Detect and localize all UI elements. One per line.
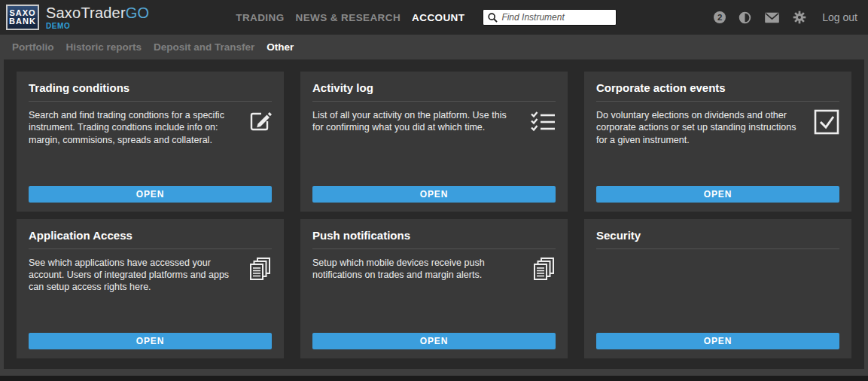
nav-item-account[interactable]: ACCOUNT <box>412 12 464 23</box>
demo-badge: DEMO <box>46 23 149 30</box>
product-name: SaxoTraderGO <box>46 5 149 20</box>
card-title: Corporate action events <box>596 81 839 102</box>
pages-icon <box>242 257 272 334</box>
tab-other[interactable]: Other <box>266 41 294 53</box>
card-description <box>596 257 839 334</box>
saxo-bank-logo[interactable]: SAXO BANK <box>6 5 39 30</box>
open-button[interactable]: OPEN <box>312 186 556 203</box>
open-button[interactable]: OPEN <box>29 186 272 203</box>
logo-line2: BANK <box>9 17 36 26</box>
mail-icon[interactable] <box>764 12 780 23</box>
contrast-icon[interactable] <box>739 11 751 24</box>
open-button[interactable]: OPEN <box>29 333 272 349</box>
card-description: Setup which mobile devices receive push … <box>312 257 525 334</box>
card-corporate-action-events: Corporate action events Do voluntary ele… <box>584 72 851 212</box>
card-row-top: Trading conditions Search and find tradi… <box>17 72 851 212</box>
open-button[interactable]: OPEN <box>596 333 839 349</box>
top-bar: SAXO BANK SaxoTraderGO DEMO TRADING NEWS… <box>0 0 868 35</box>
gear-icon[interactable] <box>793 11 806 24</box>
instrument-search[interactable] <box>483 9 617 26</box>
card-description: See which applications have accessed you… <box>29 257 242 334</box>
tab-deposit-and-transfer[interactable]: Deposit and Transfer <box>154 41 254 53</box>
top-navigation: TRADING NEWS & RESEARCH ACCOUNT <box>236 12 464 23</box>
card-title: Push notifications <box>312 229 556 249</box>
other-panel: Trading conditions Search and find tradi… <box>4 59 864 369</box>
logout-button[interactable]: Log out <box>822 11 857 23</box>
card-row-bottom: Application Access See which application… <box>17 219 851 359</box>
checklist-icon <box>525 109 556 186</box>
card-title: Activity log <box>312 81 556 102</box>
card-description: Do voluntary elections on dividends and … <box>596 109 809 186</box>
card-push-notifications: Push notifications Setup which mobile de… <box>300 219 568 359</box>
card-activity-log: Activity log List of all your activity o… <box>300 72 568 212</box>
tab-historic-reports[interactable]: Historic reports <box>66 41 142 53</box>
card-title: Security <box>596 229 839 249</box>
product-brand: SaxoTraderGO DEMO <box>46 5 149 30</box>
topbar-actions: 2 Log out <box>714 11 857 24</box>
card-description: List of all your activity on the platfor… <box>312 109 525 186</box>
open-button[interactable]: OPEN <box>312 333 556 349</box>
notifications-badge-icon[interactable]: 2 <box>714 11 726 23</box>
card-application-access: Application Access See which application… <box>17 219 284 359</box>
window-bottom-edge <box>0 376 868 381</box>
tab-portfolio[interactable]: Portfolio <box>12 41 54 53</box>
pages-icon <box>525 257 556 334</box>
checkbox-checked-icon <box>809 109 839 186</box>
compose-icon <box>242 109 272 186</box>
search-icon <box>488 13 498 23</box>
card-title: Trading conditions <box>29 81 272 102</box>
nav-item-news-research[interactable]: NEWS & RESEARCH <box>296 12 401 23</box>
account-tabs: Portfolio Historic reports Deposit and T… <box>0 35 868 59</box>
card-description: Search and find trading condtions for a … <box>29 109 242 186</box>
open-button[interactable]: OPEN <box>596 186 839 203</box>
nav-item-trading[interactable]: TRADING <box>236 12 284 23</box>
product-suffix: GO <box>126 5 150 21</box>
card-security: Security OPEN <box>584 219 851 359</box>
search-input[interactable] <box>501 12 611 23</box>
card-trading-conditions: Trading conditions Search and find tradi… <box>17 72 284 212</box>
card-title: Application Access <box>29 229 272 249</box>
